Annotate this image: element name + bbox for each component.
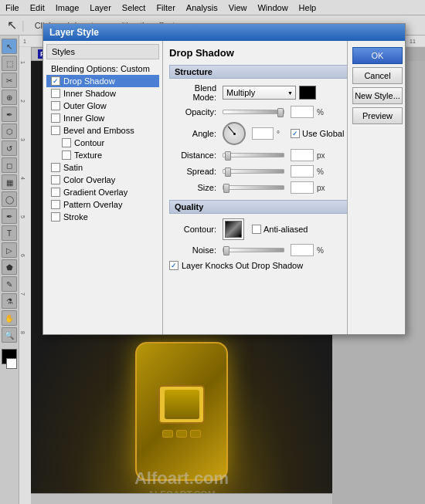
svg-text:2: 2 — [20, 100, 26, 103]
inner-glow-item[interactable]: Inner Glow — [46, 112, 159, 124]
spread-slider-thumb[interactable] — [225, 167, 231, 177]
tool-dodge[interactable]: ◯ — [2, 191, 17, 207]
use-global-light-checkbox[interactable] — [291, 129, 300, 138]
distance-input[interactable]: 2 — [291, 149, 314, 161]
opacity-slider-track[interactable] — [223, 110, 284, 114]
anti-aliased-checkbox[interactable] — [252, 225, 261, 234]
opacity-input[interactable]: 100 — [291, 106, 314, 118]
blending-options-item[interactable]: Blending Options: Custom — [46, 63, 159, 75]
contour-picker[interactable] — [223, 218, 244, 240]
dialog-body: Styles Blending Options: Custom Drop Sha… — [43, 41, 405, 334]
svg-text:11: 11 — [410, 39, 416, 44]
menu-view[interactable]: View — [223, 2, 253, 14]
phone-object — [135, 342, 228, 481]
drop-shadow-checkbox[interactable] — [51, 76, 60, 86]
ok-button[interactable]: OK — [352, 47, 403, 64]
texture-item[interactable]: Texture — [46, 149, 159, 161]
opacity-slider-thumb[interactable] — [277, 108, 284, 117]
menu-edit[interactable]: Edit — [25, 2, 50, 14]
distance-slider-container — [223, 153, 284, 157]
opacity-unit: % — [317, 108, 328, 117]
svg-text:1: 1 — [20, 61, 26, 64]
svg-text:5: 5 — [20, 215, 26, 218]
drop-shadow-label: Drop Shadow — [63, 76, 115, 86]
size-input[interactable]: 1 — [291, 181, 314, 194]
styles-header[interactable]: Styles — [46, 44, 159, 59]
tool-eraser[interactable]: ◻ — [2, 157, 17, 173]
menu-layer[interactable]: Layer — [84, 2, 117, 14]
satin-checkbox[interactable] — [51, 163, 60, 172]
spread-label: Spread: — [169, 167, 219, 176]
background-color[interactable] — [6, 358, 17, 369]
new-style-button[interactable]: New Style... — [352, 87, 403, 104]
tool-clone[interactable]: ⬡ — [2, 123, 17, 139]
cancel-button[interactable]: Cancel — [352, 67, 403, 84]
distance-slider-thumb[interactable] — [225, 151, 231, 161]
inner-glow-checkbox[interactable] — [51, 113, 60, 123]
tool-crop[interactable]: ✂ — [2, 73, 17, 88]
angle-dial[interactable] — [223, 122, 246, 145]
pattern-overlay-item[interactable]: Pattern Overlay — [46, 198, 159, 211]
bevel-emboss-checkbox[interactable] — [51, 126, 60, 135]
size-slider-thumb[interactable] — [223, 184, 230, 193]
menu-window[interactable]: Window — [252, 2, 293, 14]
satin-item[interactable]: Satin — [46, 161, 159, 174]
tool-pen[interactable]: ✒ — [2, 208, 17, 224]
menu-help[interactable]: Help — [294, 2, 322, 14]
color-overlay-checkbox[interactable] — [51, 175, 60, 184]
outer-glow-checkbox[interactable] — [51, 101, 60, 110]
stroke-item[interactable]: Stroke — [46, 211, 159, 223]
pattern-overlay-checkbox[interactable] — [51, 200, 60, 209]
noise-unit: % — [317, 246, 328, 255]
tool-zoom[interactable]: 🔍 — [2, 327, 17, 343]
gradient-overlay-item[interactable]: Gradient Overlay — [46, 186, 159, 198]
horizontal-scrollbar[interactable] — [31, 493, 332, 504]
tool-eyedropper[interactable]: ⚗ — [2, 293, 17, 309]
menu-select[interactable]: Select — [117, 2, 151, 14]
noise-label: Noise: — [169, 245, 219, 255]
menu-filter[interactable]: Filter — [151, 2, 180, 14]
tool-brush[interactable]: ✒ — [2, 107, 17, 122]
tool-hand[interactable]: ✋ — [2, 310, 17, 326]
menu-image[interactable]: Image — [50, 2, 85, 14]
stroke-checkbox[interactable] — [51, 212, 60, 222]
knocks-out-checkbox[interactable] — [169, 261, 178, 270]
anti-aliased-label[interactable]: Anti-aliased — [252, 225, 308, 234]
tool-heal[interactable]: ⊕ — [2, 90, 17, 105]
menu-analysis[interactable]: Analysis — [181, 2, 223, 14]
drop-shadow-item[interactable]: Drop Shadow — [46, 75, 159, 87]
texture-checkbox[interactable] — [62, 151, 71, 160]
shadow-color-swatch[interactable] — [299, 86, 316, 100]
spread-input[interactable]: 3 — [291, 165, 314, 178]
contour-checkbox[interactable] — [62, 138, 71, 147]
color-overlay-item[interactable]: Color Overlay — [46, 174, 159, 186]
contour-item[interactable]: Contour — [46, 137, 159, 149]
angle-input[interactable]: 140 — [252, 127, 274, 140]
tool-select[interactable]: ▷ — [2, 242, 17, 258]
noise-slider-track[interactable] — [223, 248, 284, 252]
phone-key-1 — [162, 430, 173, 438]
tool-move[interactable]: ↖ — [2, 39, 17, 54]
tool-type[interactable]: T — [2, 225, 17, 241]
tool-gradient[interactable]: ▦ — [2, 174, 17, 190]
svg-rect-13 — [19, 47, 31, 504]
preview-button[interactable]: Preview — [352, 107, 403, 124]
dialog-title: Layer Style — [43, 24, 405, 41]
noise-input[interactable]: 0 — [291, 244, 314, 256]
inner-shadow-item[interactable]: Inner Shadow — [46, 87, 159, 100]
outer-glow-item[interactable]: Outer Glow — [46, 100, 159, 112]
noise-slider-thumb[interactable] — [223, 246, 230, 255]
selection-arrow-icon[interactable]: ↖ — [4, 18, 19, 33]
gradient-overlay-checkbox[interactable] — [51, 188, 60, 197]
tool-lasso[interactable]: ⬚ — [2, 56, 17, 71]
size-slider-track[interactable] — [223, 185, 284, 190]
bevel-emboss-item[interactable]: Bevel and Emboss — [46, 124, 159, 137]
tool-history[interactable]: ↺ — [2, 140, 17, 156]
tool-notes[interactable]: ✎ — [2, 276, 17, 292]
inner-shadow-checkbox[interactable] — [51, 89, 60, 98]
spread-slider-track[interactable] — [223, 169, 284, 174]
distance-slider-track[interactable] — [223, 153, 284, 157]
blend-mode-select[interactable]: Multiply — [223, 86, 296, 100]
tool-shape[interactable]: ⬟ — [2, 259, 17, 275]
menu-file[interactable]: File — [0, 2, 25, 14]
